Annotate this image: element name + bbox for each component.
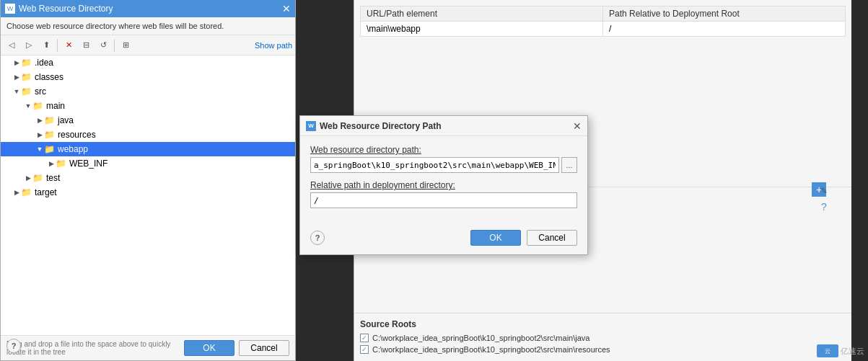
relative-label-rest: elative path in deployment directory: bbox=[317, 180, 455, 190]
modal-footer: ? OK Cancel bbox=[300, 224, 587, 254]
wrd-title-left: W Web Resource Directory bbox=[5, 4, 113, 14]
browse-button[interactable]: ... bbox=[561, 157, 577, 173]
tree-item-webinf[interactable]: 📁 WEB_INF bbox=[1, 156, 295, 171]
toolbar-back-btn[interactable]: ◁ bbox=[4, 37, 19, 53]
source-roots-title: Source Roots bbox=[360, 319, 846, 329]
folder-icon-webinf: 📁 bbox=[56, 159, 66, 169]
relative-label: Relative path in deployment directory: bbox=[310, 180, 577, 190]
folder-icon-idea: 📁 bbox=[21, 58, 32, 68]
wrd-title-bar: W Web Resource Directory ✕ bbox=[1, 0, 295, 17]
edit-icon[interactable]: ✎ bbox=[817, 184, 831, 198]
source-item-1: C:\workplace_idea_springBoot\k10_springb… bbox=[360, 344, 846, 355]
folder-icon-src: 📁 bbox=[21, 86, 32, 97]
arrow-webinf bbox=[47, 159, 56, 168]
side-actions: ✎ ? bbox=[817, 184, 831, 214]
folder-icon-webapp: 📁 bbox=[44, 144, 55, 154]
tree-item-test[interactable]: 📁 test bbox=[1, 171, 295, 185]
folder-icon-resources: 📁 bbox=[44, 130, 55, 140]
wrd-subtitle: Choose web resource directory where web … bbox=[1, 17, 295, 35]
modal-title-text: Web Resource Directory Path bbox=[320, 121, 442, 131]
tree-label-idea: .idea bbox=[35, 58, 53, 68]
arrow-resources bbox=[35, 130, 44, 139]
wrd-panel: W Web Resource Directory ✕ Choose web re… bbox=[0, 0, 296, 361]
path-cell: \main\webapp bbox=[361, 22, 603, 37]
tree-label-resources: resources bbox=[58, 130, 96, 140]
modal-help-button[interactable]: ? bbox=[310, 231, 325, 245]
toolbar-expand-btn[interactable]: ⊟ bbox=[78, 37, 94, 53]
drag-hint: Drag and drop a file into the space abov… bbox=[6, 340, 184, 356]
tree-item-main[interactable]: 📁 main bbox=[1, 99, 295, 113]
wrd-toolbar: ◁ ▷ ⬆ ✕ ⊟ ↺ ⊞ Show path bbox=[1, 35, 295, 55]
folder-icon-java: 📁 bbox=[44, 115, 55, 125]
folder-icon-classes: 📁 bbox=[21, 72, 32, 82]
modal-icon: W bbox=[306, 121, 316, 131]
wrd-ok-button[interactable]: OK bbox=[184, 340, 234, 356]
relative-input[interactable] bbox=[310, 192, 577, 208]
toolbar-edit-btn[interactable]: ✕ bbox=[61, 37, 76, 53]
tree-label-test: test bbox=[46, 173, 60, 183]
modal-cancel-button[interactable]: Cancel bbox=[527, 230, 577, 246]
tree-item-webapp[interactable]: 📁 webapp bbox=[1, 142, 295, 156]
path-label: Web resource directory path: bbox=[310, 145, 577, 155]
toolbar-up-btn[interactable]: ⬆ bbox=[38, 37, 54, 53]
path-underline: W bbox=[310, 145, 318, 155]
tree-item-src[interactable]: 📁 src bbox=[1, 84, 295, 99]
source-item-0: C:\workplace_idea_springBoot\k10_springb… bbox=[360, 332, 846, 344]
window-icon: W bbox=[5, 4, 15, 14]
relative-cell: / bbox=[603, 22, 846, 37]
question-icon[interactable]: ? bbox=[817, 200, 831, 214]
path-label-text: eb resource directory path: bbox=[318, 145, 421, 155]
tree-label-target: target bbox=[35, 187, 57, 197]
folder-icon-test: 📁 bbox=[32, 173, 43, 183]
wrd-help-area: ? bbox=[6, 339, 21, 353]
tree-label-java: java bbox=[58, 115, 74, 125]
watermark-logo: 云 bbox=[817, 344, 838, 357]
wrd-tree[interactable]: 📁 .idea 📁 classes 📁 src 📁 main bbox=[1, 55, 295, 336]
tree-item-resources[interactable]: 📁 resources bbox=[1, 128, 295, 142]
bottom-buttons: OK Cancel bbox=[184, 340, 289, 356]
modal-body: Web resource directory path: ... Relativ… bbox=[300, 136, 587, 224]
tree-item-classes[interactable]: 📁 classes bbox=[1, 70, 295, 84]
col-path: URL/Path element bbox=[361, 6, 603, 22]
path-field-row: Web resource directory path: ... bbox=[310, 145, 577, 173]
modal-ok-button[interactable]: OK bbox=[470, 230, 521, 246]
tree-label-webapp: webapp bbox=[58, 144, 88, 154]
toolbar-refresh-btn[interactable]: ↺ bbox=[95, 37, 111, 53]
toolbar-sep-1 bbox=[57, 39, 58, 52]
checkbox-0[interactable] bbox=[360, 334, 369, 342]
tree-item-idea[interactable]: 📁 .idea bbox=[1, 55, 295, 70]
wrd-help-button[interactable]: ? bbox=[6, 339, 21, 353]
watermark: 云 亿速云 bbox=[817, 344, 864, 357]
tree-label-src: src bbox=[35, 86, 46, 97]
toolbar-forward-btn[interactable]: ▷ bbox=[21, 37, 37, 53]
tree-label-webinf: WEB_INF bbox=[69, 159, 108, 169]
tree-item-target[interactable]: 📁 target bbox=[1, 185, 295, 200]
path-input-row: ... bbox=[310, 157, 577, 173]
toolbar-grid-btn[interactable]: ⊞ bbox=[118, 37, 133, 53]
path-input[interactable] bbox=[310, 157, 559, 173]
modal-close-button[interactable]: ✕ bbox=[573, 121, 582, 131]
checkbox-1[interactable] bbox=[360, 345, 369, 354]
toolbar-sep-2 bbox=[114, 39, 115, 52]
folder-icon-main: 📁 bbox=[32, 101, 43, 111]
relative-underline: R bbox=[310, 180, 317, 190]
table-row: \main\webapp / bbox=[361, 22, 846, 37]
deployment-table: URL/Path element Path Relative to Deploy… bbox=[360, 6, 846, 37]
arrow-idea bbox=[12, 58, 21, 67]
arrow-main bbox=[24, 102, 32, 110]
show-path-link[interactable]: Show path bbox=[255, 41, 292, 50]
tree-item-java[interactable]: 📁 java bbox=[1, 113, 295, 128]
wrd-cancel-button[interactable]: Cancel bbox=[239, 340, 289, 356]
wrd-panel-title: Web Resource Directory bbox=[19, 4, 113, 14]
arrow-java bbox=[35, 116, 44, 125]
modal-title-bar: W Web Resource Directory Path ✕ bbox=[300, 116, 587, 136]
wrd-close-button[interactable]: ✕ bbox=[282, 4, 291, 14]
arrow-webapp bbox=[35, 145, 44, 153]
modal-title: W Web Resource Directory Path bbox=[306, 121, 442, 131]
modal-dialog: W Web Resource Directory Path ✕ Web reso… bbox=[299, 115, 588, 255]
source-path-0: C:\workplace_idea_springBoot\k10_springb… bbox=[372, 334, 589, 342]
tree-label-classes: classes bbox=[35, 72, 63, 82]
folder-icon-target: 📁 bbox=[21, 187, 32, 197]
arrow-target bbox=[12, 188, 21, 197]
watermark-text: 亿速云 bbox=[841, 346, 864, 357]
